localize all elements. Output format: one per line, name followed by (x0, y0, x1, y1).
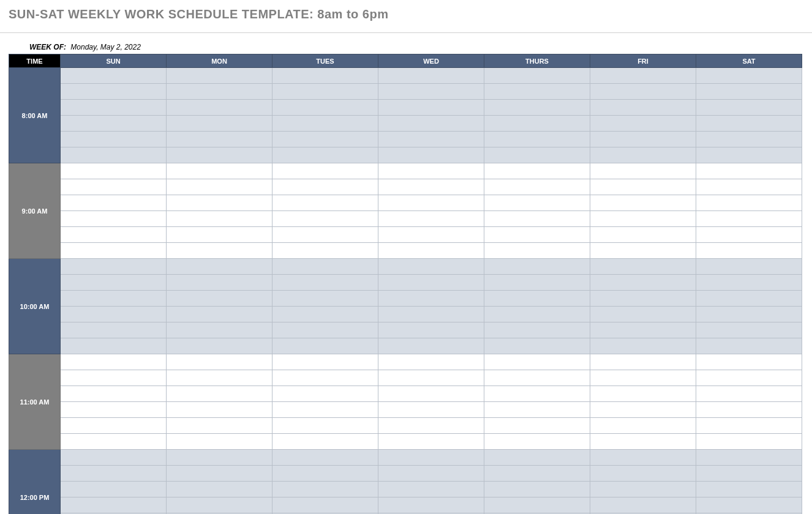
slot-cell[interactable] (484, 322, 590, 338)
slot-cell[interactable] (696, 179, 802, 195)
slot-cell[interactable] (484, 434, 590, 450)
slot-cell[interactable] (273, 84, 378, 100)
slot-cell[interactable] (273, 259, 378, 275)
slot-cell[interactable] (167, 338, 273, 354)
slot-cell[interactable] (378, 132, 484, 147)
slot-cell[interactable] (484, 100, 590, 116)
slot-cell[interactable] (167, 227, 273, 243)
slot-cell[interactable] (590, 195, 696, 211)
slot-cell[interactable] (696, 307, 802, 322)
slot-cell[interactable] (590, 466, 696, 482)
slot-cell[interactable] (484, 68, 590, 84)
slot-cell[interactable] (590, 163, 696, 179)
slot-cell[interactable] (273, 291, 378, 307)
slot-cell[interactable] (61, 211, 167, 227)
slot-cell[interactable] (378, 211, 484, 227)
slot-cell[interactable] (696, 275, 802, 291)
slot-cell[interactable] (696, 402, 802, 418)
slot-cell[interactable] (484, 116, 590, 132)
slot-cell[interactable] (167, 497, 273, 513)
slot-cell[interactable] (61, 259, 167, 275)
slot-cell[interactable] (61, 402, 167, 418)
slot-cell[interactable] (378, 163, 484, 179)
slot-cell[interactable] (484, 195, 590, 211)
slot-cell[interactable] (378, 275, 484, 291)
slot-cell[interactable] (590, 482, 696, 497)
slot-cell[interactable] (378, 466, 484, 482)
slot-cell[interactable] (167, 322, 273, 338)
slot-cell[interactable] (696, 497, 802, 513)
slot-cell[interactable] (167, 402, 273, 418)
slot-cell[interactable] (167, 116, 273, 132)
slot-cell[interactable] (167, 147, 273, 163)
slot-cell[interactable] (484, 179, 590, 195)
slot-cell[interactable] (696, 100, 802, 116)
slot-cell[interactable] (484, 147, 590, 163)
slot-cell[interactable] (696, 163, 802, 179)
slot-cell[interactable] (61, 370, 167, 386)
slot-cell[interactable] (378, 402, 484, 418)
slot-cell[interactable] (378, 291, 484, 307)
slot-cell[interactable] (378, 450, 484, 466)
slot-cell[interactable] (61, 195, 167, 211)
slot-cell[interactable] (378, 307, 484, 322)
slot-cell[interactable] (167, 132, 273, 147)
slot-cell[interactable] (590, 211, 696, 227)
slot-cell[interactable] (378, 243, 484, 259)
slot-cell[interactable] (696, 434, 802, 450)
slot-cell[interactable] (484, 450, 590, 466)
slot-cell[interactable] (590, 434, 696, 450)
slot-cell[interactable] (167, 354, 273, 370)
slot-cell[interactable] (484, 386, 590, 402)
slot-cell[interactable] (273, 147, 378, 163)
slot-cell[interactable] (484, 418, 590, 434)
slot-cell[interactable] (590, 370, 696, 386)
slot-cell[interactable] (590, 497, 696, 513)
slot-cell[interactable] (273, 386, 378, 402)
slot-cell[interactable] (696, 466, 802, 482)
slot-cell[interactable] (696, 259, 802, 275)
slot-cell[interactable] (378, 147, 484, 163)
slot-cell[interactable] (696, 195, 802, 211)
slot-cell[interactable] (61, 243, 167, 259)
slot-cell[interactable] (167, 100, 273, 116)
slot-cell[interactable] (61, 275, 167, 291)
slot-cell[interactable] (167, 450, 273, 466)
slot-cell[interactable] (61, 450, 167, 466)
slot-cell[interactable] (484, 211, 590, 227)
slot-cell[interactable] (696, 84, 802, 100)
slot-cell[interactable] (61, 100, 167, 116)
slot-cell[interactable] (273, 354, 378, 370)
slot-cell[interactable] (273, 195, 378, 211)
slot-cell[interactable] (167, 243, 273, 259)
slot-cell[interactable] (378, 370, 484, 386)
slot-cell[interactable] (378, 116, 484, 132)
slot-cell[interactable] (484, 466, 590, 482)
slot-cell[interactable] (61, 163, 167, 179)
slot-cell[interactable] (273, 68, 378, 84)
slot-cell[interactable] (696, 338, 802, 354)
slot-cell[interactable] (61, 386, 167, 402)
slot-cell[interactable] (378, 322, 484, 338)
slot-cell[interactable] (590, 275, 696, 291)
slot-cell[interactable] (167, 179, 273, 195)
slot-cell[interactable] (484, 259, 590, 275)
slot-cell[interactable] (696, 132, 802, 147)
slot-cell[interactable] (167, 434, 273, 450)
slot-cell[interactable] (484, 227, 590, 243)
slot-cell[interactable] (61, 497, 167, 513)
slot-cell[interactable] (484, 370, 590, 386)
slot-cell[interactable] (273, 418, 378, 434)
slot-cell[interactable] (61, 68, 167, 84)
slot-cell[interactable] (378, 497, 484, 513)
slot-cell[interactable] (696, 482, 802, 497)
slot-cell[interactable] (167, 291, 273, 307)
slot-cell[interactable] (696, 354, 802, 370)
slot-cell[interactable] (167, 466, 273, 482)
slot-cell[interactable] (590, 227, 696, 243)
slot-cell[interactable] (590, 450, 696, 466)
slot-cell[interactable] (273, 450, 378, 466)
slot-cell[interactable] (590, 386, 696, 402)
slot-cell[interactable] (61, 179, 167, 195)
slot-cell[interactable] (61, 132, 167, 147)
